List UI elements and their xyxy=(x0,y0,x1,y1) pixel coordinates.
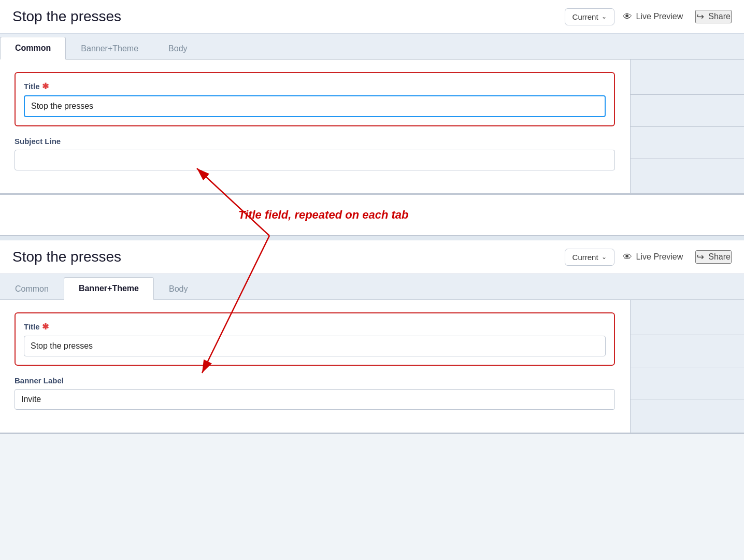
sidebar-stub-2c xyxy=(631,368,744,399)
chevron-down-icon-1: ⌄ xyxy=(602,13,607,20)
tab-banner-theme-2[interactable]: Banner+Theme xyxy=(64,277,154,300)
live-preview-button-1[interactable]: 👁 Live Preview xyxy=(623,11,683,22)
tab-banner-theme-1[interactable]: Banner+Theme xyxy=(66,37,153,60)
share-icon-1: ↪ xyxy=(696,11,704,22)
panel-1-layout: Title ✱ Subject Line xyxy=(0,60,744,193)
annotation-area: Title field, repeated on each tab xyxy=(0,195,744,236)
banner-label-label: Banner Label xyxy=(15,376,615,385)
banner-label-field-group: Banner Label xyxy=(15,376,615,410)
panel-2-header: Stop the presses Current ⌄ 👁 Live Previe… xyxy=(0,240,744,274)
sidebar-stub-1b xyxy=(631,96,744,127)
share-button-1[interactable]: ↪ Share xyxy=(695,10,732,23)
live-preview-label-2: Live Preview xyxy=(636,252,683,262)
share-label-2: Share xyxy=(708,252,731,262)
page-title-2: Stop the presses xyxy=(12,249,556,265)
current-dropdown-1[interactable]: Current ⌄ xyxy=(565,8,614,25)
share-label-1: Share xyxy=(708,12,731,21)
title-field-group-1: Title ✱ xyxy=(15,72,615,126)
title-label-1: Title ✱ xyxy=(24,81,606,91)
tab-common-2[interactable]: Common xyxy=(0,278,64,300)
live-preview-label-1: Live Preview xyxy=(636,12,683,21)
share-button-2[interactable]: ↪ Share xyxy=(695,250,732,264)
live-preview-button-2[interactable]: 👁 Live Preview xyxy=(623,252,683,263)
panel-2: Stop the presses Current ⌄ 👁 Live Previe… xyxy=(0,240,744,434)
sidebar-stub-1a xyxy=(631,64,744,95)
header-actions-2: 👁 Live Preview ↪ Share xyxy=(623,250,732,264)
panel-2-content: Title ✱ Banner Label xyxy=(0,300,629,433)
panels-stack: Stop the presses Current ⌄ 👁 Live Previe… xyxy=(0,0,744,434)
right-sidebar-1 xyxy=(630,60,744,193)
page-title-1: Stop the presses xyxy=(12,8,556,25)
eye-icon-2: 👁 xyxy=(623,252,632,263)
title-field-group-2: Title ✱ xyxy=(15,312,615,366)
tab-body-1[interactable]: Body xyxy=(153,37,202,60)
sidebar-stub-2a xyxy=(631,304,744,335)
share-icon-2: ↪ xyxy=(696,251,704,263)
sidebar-stub-1c xyxy=(631,128,744,159)
subject-line-input-1[interactable] xyxy=(15,150,615,170)
panel-2-layout: Title ✱ Banner Label xyxy=(0,300,744,433)
panel-1-tabs: Common Banner+Theme Body xyxy=(0,34,744,60)
chevron-down-icon-2: ⌄ xyxy=(602,253,607,261)
panel-separator xyxy=(0,236,744,240)
tab-body-2[interactable]: Body xyxy=(154,278,203,300)
page-container: Stop the presses Current ⌄ 👁 Live Previe… xyxy=(0,0,744,434)
eye-icon-1: 👁 xyxy=(623,11,632,22)
banner-label-input[interactable] xyxy=(15,389,615,410)
current-dropdown-2[interactable]: Current ⌄ xyxy=(565,249,614,266)
header-actions-1: 👁 Live Preview ↪ Share xyxy=(623,10,732,23)
title-input-1[interactable] xyxy=(24,95,606,117)
panel-1-content: Title ✱ Subject Line xyxy=(0,60,629,193)
panel-1: Stop the presses Current ⌄ 👁 Live Previe… xyxy=(0,0,744,195)
annotation-text: Title field, repeated on each tab xyxy=(238,208,408,222)
title-input-2[interactable] xyxy=(24,336,606,356)
dropdown-label-1: Current xyxy=(573,12,598,21)
subject-line-field-group-1: Subject Line xyxy=(15,137,615,170)
title-label-2: Title ✱ xyxy=(24,322,606,332)
tab-common-1[interactable]: Common xyxy=(0,37,66,60)
sidebar-stub-2b xyxy=(631,336,744,367)
title-required-star-2: ✱ xyxy=(42,322,49,332)
panel-1-header: Stop the presses Current ⌄ 👁 Live Previe… xyxy=(0,0,744,34)
right-sidebar-2 xyxy=(630,300,744,433)
dropdown-label-2: Current xyxy=(573,253,598,262)
title-required-star-1: ✱ xyxy=(42,81,49,91)
subject-line-label-1: Subject Line xyxy=(15,137,615,146)
panel-2-tabs: Common Banner+Theme Body xyxy=(0,274,744,300)
